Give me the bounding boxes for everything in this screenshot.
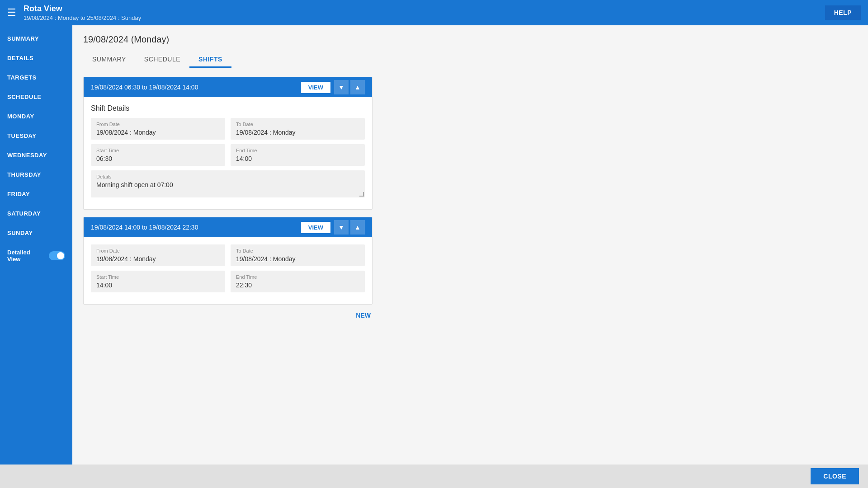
tab-summary[interactable]: SUMMARY bbox=[83, 52, 135, 68]
shift-1-end-time-label: End Time bbox=[236, 148, 359, 153]
sidebar-item-saturday[interactable]: SATURDAY bbox=[0, 204, 72, 223]
shift-1-end-time: End Time 14:00 bbox=[231, 144, 365, 166]
sidebar-item-friday[interactable]: FRIDAY bbox=[0, 184, 72, 204]
shift-2-end-time-value: 22:30 bbox=[236, 282, 359, 289]
shift-2-from-date: From Date 19/08/2024 : Monday bbox=[91, 244, 225, 266]
shift-1-end-time-value: 14:00 bbox=[236, 155, 359, 162]
shift-card-header-1: 19/08/2024 06:30 to 19/08/2024 14:00 VIE… bbox=[84, 77, 372, 97]
shift-card-2: 19/08/2024 14:00 to 19/08/2024 22:30 VIE… bbox=[83, 217, 373, 305]
shift-1-times-row: Start Time 06:30 End Time 14:00 bbox=[91, 144, 365, 166]
shift-2-dropdown-button[interactable]: ▼ bbox=[334, 220, 349, 235]
shift-2-end-time-label: End Time bbox=[236, 274, 359, 280]
resize-handle-icon bbox=[359, 192, 364, 197]
shift-2-view-button[interactable]: VIEW bbox=[301, 222, 330, 233]
bottom-bar: CLOSE bbox=[0, 465, 868, 488]
shift-1-from-date: From Date 19/08/2024 : Monday bbox=[91, 118, 225, 140]
shift-1-details-title: Shift Details bbox=[91, 104, 365, 113]
shift-1-start-time: Start Time 06:30 bbox=[91, 144, 225, 166]
close-button[interactable]: CLOSE bbox=[811, 468, 859, 484]
shift-1-details-field: Details Morning shift open at 07:00 bbox=[91, 170, 365, 197]
app-subtitle: 19/08/2024 : Monday to 25/08/2024 : Sund… bbox=[24, 14, 825, 21]
app-title-group: Rota View 19/08/2024 : Monday to 25/08/2… bbox=[24, 4, 825, 21]
shift-card-header-2: 19/08/2024 14:00 to 19/08/2024 22:30 VIE… bbox=[84, 217, 372, 237]
shift-2-start-time-label: Start Time bbox=[96, 274, 220, 280]
shift-2-dates-row: From Date 19/08/2024 : Monday To Date 19… bbox=[91, 244, 365, 266]
shift-2-times-row: Start Time 14:00 End Time 22:30 bbox=[91, 271, 365, 292]
sidebar-item-summary[interactable]: SUMMARY bbox=[0, 29, 72, 48]
shift-1-dropdown-button[interactable]: ▼ bbox=[334, 80, 349, 94]
shift-1-details-label: Details bbox=[96, 174, 359, 179]
shift-2-start-time-value: 14:00 bbox=[96, 282, 220, 289]
page-title: 19/08/2024 (Monday) bbox=[83, 34, 857, 45]
shift-1-title: 19/08/2024 06:30 to 19/08/2024 14:00 bbox=[91, 84, 301, 91]
shift-1-start-time-value: 06:30 bbox=[96, 155, 220, 162]
shift-2-to-date-value: 19/08/2024 : Monday bbox=[236, 255, 359, 263]
shift-2-from-date-label: From Date bbox=[96, 248, 220, 253]
tab-shifts[interactable]: SHIFTS bbox=[189, 52, 231, 68]
top-bar: ☰ Rota View 19/08/2024 : Monday to 25/08… bbox=[0, 0, 868, 25]
shift-1-to-date: To Date 19/08/2024 : Monday bbox=[231, 118, 365, 140]
sidebar-item-schedule[interactable]: SCHEDULE bbox=[0, 87, 72, 107]
shift-2-body: From Date 19/08/2024 : Monday To Date 19… bbox=[84, 237, 372, 304]
shift-2-end-time: End Time 22:30 bbox=[231, 271, 365, 292]
shift-card-1: 19/08/2024 06:30 to 19/08/2024 14:00 VIE… bbox=[83, 77, 373, 210]
sidebar-item-targets[interactable]: TARGETS bbox=[0, 68, 72, 87]
sidebar-item-details[interactable]: DETAILS bbox=[0, 48, 72, 68]
shift-2-to-date: To Date 19/08/2024 : Monday bbox=[231, 244, 365, 266]
shift-1-to-date-label: To Date bbox=[236, 122, 359, 127]
shift-1-start-time-label: Start Time bbox=[96, 148, 220, 153]
detailed-view-label: Detailed View bbox=[7, 249, 44, 263]
shift-1-body: Shift Details From Date 19/08/2024 : Mon… bbox=[84, 97, 372, 209]
menu-icon[interactable]: ☰ bbox=[7, 7, 16, 19]
shift-2-title: 19/08/2024 14:00 to 19/08/2024 22:30 bbox=[91, 224, 301, 231]
sidebar-item-tuesday[interactable]: TUESDAY bbox=[0, 126, 72, 145]
tab-schedule[interactable]: SCHEDULE bbox=[135, 52, 189, 68]
shift-1-details-value: Morning shift open at 07:00 bbox=[96, 181, 359, 188]
shift-2-start-time: Start Time 14:00 bbox=[91, 271, 225, 292]
shift-1-to-date-value: 19/08/2024 : Monday bbox=[236, 129, 359, 136]
shift-1-from-date-label: From Date bbox=[96, 122, 220, 127]
shift-2-to-date-label: To Date bbox=[236, 248, 359, 253]
sidebar-item-wednesday[interactable]: WEDNESDAY bbox=[0, 145, 72, 165]
sidebar-item-thursday[interactable]: THURSDAY bbox=[0, 165, 72, 184]
new-shift-button[interactable]: NEW bbox=[83, 312, 373, 319]
shift-1-view-button[interactable]: VIEW bbox=[301, 82, 330, 93]
shift-2-collapse-button[interactable]: ▲ bbox=[350, 220, 365, 235]
detailed-view-toggle[interactable] bbox=[49, 251, 65, 260]
help-button[interactable]: HELP bbox=[825, 5, 861, 20]
shift-2-from-date-value: 19/08/2024 : Monday bbox=[96, 255, 220, 263]
tabs-bar: SUMMARY SCHEDULE SHIFTS bbox=[83, 52, 857, 68]
shift-1-dates-row: From Date 19/08/2024 : Monday To Date 19… bbox=[91, 118, 365, 140]
sidebar: SUMMARY DETAILS TARGETS SCHEDULE MONDAY … bbox=[0, 25, 72, 465]
shift-1-collapse-button[interactable]: ▲ bbox=[350, 80, 365, 94]
detailed-view-row[interactable]: Detailed View bbox=[0, 243, 72, 269]
sidebar-item-sunday[interactable]: SUNDAY bbox=[0, 223, 72, 243]
content-area: 19/08/2024 (Monday) SUMMARY SCHEDULE SHI… bbox=[72, 25, 868, 465]
shift-1-from-date-value: 19/08/2024 : Monday bbox=[96, 129, 220, 136]
shifts-container: 19/08/2024 06:30 to 19/08/2024 14:00 VIE… bbox=[83, 77, 373, 319]
main-layout: SUMMARY DETAILS TARGETS SCHEDULE MONDAY … bbox=[0, 25, 868, 465]
sidebar-item-monday[interactable]: MONDAY bbox=[0, 107, 72, 126]
app-title: Rota View bbox=[24, 4, 825, 14]
